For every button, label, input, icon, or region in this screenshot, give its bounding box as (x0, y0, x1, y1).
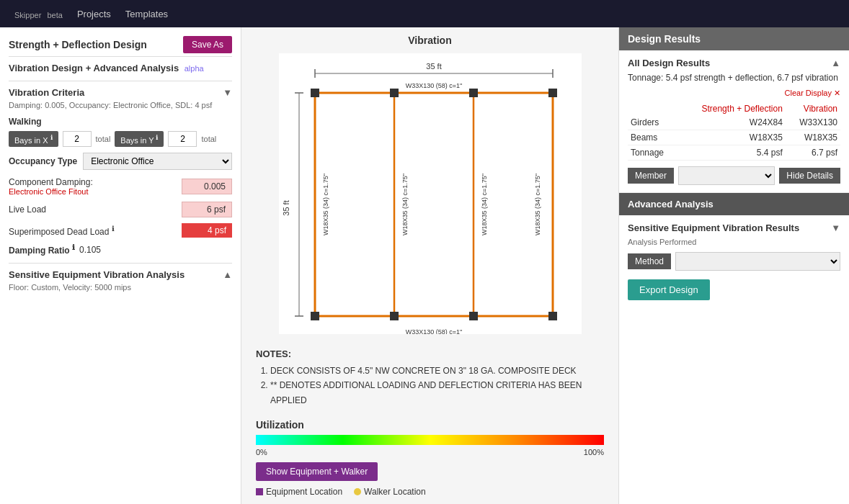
svg-text:W18X35 (34) c=1.75": W18X35 (34) c=1.75" (481, 174, 488, 235)
method-row: Method (628, 252, 840, 271)
bays-y-badge[interactable]: Bays in Y ℹ (115, 131, 164, 147)
svg-rect-15 (390, 89, 399, 97)
method-select[interactable] (675, 252, 840, 271)
all-results-section: All Design Results ▲ Tonnage: 5.4 psf st… (619, 50, 849, 193)
legend-row: Equipment Location Walker Location (256, 487, 604, 497)
occupancy-label: Occupancy Type (9, 156, 77, 166)
show-equipment-button[interactable]: Show Equipment + Walker (256, 462, 378, 481)
vibration-title: Vibration (256, 35, 604, 46)
svg-rect-11 (311, 312, 319, 320)
col-header-vib: Vibration (786, 102, 840, 115)
floor-text: Floor: Custom, Velocity: 5000 mips (9, 283, 232, 292)
advanced-section: Sensitive Equipment Vibration Results ▼ … (619, 215, 849, 307)
row-girders-vib: W33X130 (786, 115, 840, 130)
clear-display-btn[interactable]: Clear Display ✕ (628, 89, 840, 98)
hide-details-button[interactable]: Hide Details (779, 168, 840, 184)
svg-rect-18 (469, 312, 478, 320)
walker-icon (354, 488, 361, 495)
sensitive-collapse[interactable]: ▲ (223, 269, 232, 280)
col-header-sd: Strength + Deflection (677, 102, 786, 115)
svg-rect-8 (315, 93, 553, 316)
table-row: Beams W18X35 W18X35 (628, 130, 840, 145)
sensitive-equipment-header: Sensitive Equipment Vibration Analysis ▲ (9, 269, 232, 280)
export-design-button[interactable]: Export Design (628, 279, 710, 300)
alpha-badge: alpha (185, 64, 204, 73)
svg-rect-10 (548, 89, 557, 97)
svg-rect-12 (548, 312, 557, 320)
notes-list: DECK CONSISTS OF 4.5" NW CONCRETE ON 3" … (256, 364, 604, 408)
method-button[interactable]: Method (628, 253, 671, 269)
live-load-label: Live Load (9, 204, 46, 215)
bays-x-badge[interactable]: Bays in X ℹ (9, 131, 58, 147)
note-item: DECK CONSISTS OF 4.5" NW CONCRETE ON 3" … (270, 364, 604, 378)
live-load-input[interactable] (182, 202, 232, 217)
brand-text: Skipper (14, 11, 41, 19)
occupancy-row: Occupancy Type Electronic Office (9, 153, 232, 170)
damping-ratio-row: Damping Ratio ℹ 0.105 (9, 243, 232, 256)
svg-rect-16 (469, 89, 478, 97)
util-label-right: 100% (584, 448, 604, 456)
component-damping-input[interactable] (182, 179, 232, 194)
svg-text:35 ft: 35 ft (426, 62, 441, 71)
advanced-header: Advanced Analysis (619, 193, 849, 215)
bays-y-input[interactable] (168, 131, 197, 147)
svg-text:W18X35 (34) c=1.75": W18X35 (34) c=1.75" (401, 174, 409, 235)
diagram-container: 35 ft 35 ft (256, 53, 604, 334)
sdl-row: Superimposed Dead Load ℹ 4 psf (9, 223, 232, 238)
all-results-subtitle: All Design Results ▲ (628, 58, 840, 68)
sensitive-results-collapse[interactable]: ▼ (831, 222, 840, 233)
note-item: ** DENOTES ADDITIONAL LOADING AND DEFLEC… (270, 378, 604, 408)
util-labels: 0% 100% (256, 448, 604, 456)
sensitive-results-subtitle: Sensitive Equipment Vibration Results ▼ (628, 222, 840, 233)
svg-text:35 ft: 35 ft (282, 200, 290, 215)
analysis-performed-text: Analysis Performed (628, 238, 840, 246)
vibration-criteria-collapse[interactable]: ▼ (223, 87, 232, 98)
member-select[interactable] (678, 166, 775, 185)
row-beams-vib: W18X35 (786, 130, 840, 145)
nav-projects[interactable]: Projects (77, 9, 111, 19)
legend-equipment: Equipment Location (256, 487, 342, 497)
row-beams-label: Beams (628, 130, 677, 145)
svg-text:W33X130 (58) c=1": W33X130 (58) c=1" (405, 82, 462, 89)
member-row: Member Hide Details (628, 166, 840, 185)
nav-templates[interactable]: Templates (125, 9, 168, 19)
utilization-title: Utilization (256, 419, 604, 431)
svg-text:W18X35 (34) c=1.75": W18X35 (34) c=1.75" (534, 174, 541, 235)
notes-title: NOTES: (256, 348, 604, 359)
occupancy-select[interactable]: Electronic Office (83, 153, 232, 170)
bays-y-total: total (201, 135, 216, 143)
util-label-left: 0% (256, 448, 267, 456)
live-load-row: Live Load (9, 202, 232, 217)
svg-text:W18X35 (34) c=1.75": W18X35 (34) c=1.75" (322, 174, 329, 235)
row-tonnage-sd: 5.4 psf (677, 145, 786, 161)
sensitive-equipment-label: Sensitive Equipment Vibration Analysis (9, 269, 185, 280)
structural-diagram: 35 ft 35 ft (279, 53, 582, 334)
sdl-info-icon: ℹ (112, 225, 115, 233)
utilization-section: Utilization 0% 100% Show Equipment + Wal… (256, 419, 604, 497)
navbar: Skipper beta Projects Templates (0, 0, 849, 27)
member-button[interactable]: Member (628, 168, 674, 184)
row-tonnage-vib: 6.7 psf (786, 145, 840, 161)
notes-section: NOTES: DECK CONSISTS OF 4.5" NW CONCRETE… (256, 348, 604, 408)
vibration-design-title: Vibration Design + Advanced Analysis alp… (9, 63, 232, 73)
vibration-criteria-header: Vibration Criteria ▼ (9, 87, 232, 98)
component-damping-sub: Electronic Office Fitout (9, 187, 93, 196)
design-results-header: Design Results (619, 27, 849, 50)
util-bar-container (256, 435, 604, 445)
save-as-button[interactable]: Save As (183, 36, 232, 53)
bays-x-input[interactable] (63, 131, 92, 147)
all-results-collapse[interactable]: ▲ (831, 58, 840, 68)
walking-label: Walking (9, 117, 232, 127)
equipment-icon (256, 488, 263, 495)
brand-beta: beta (47, 11, 62, 19)
center-area: Vibration 35 ft 35 ft (241, 27, 618, 504)
tonnage-text: Tonnage: 5.4 psf strength + deflection, … (628, 73, 840, 83)
component-damping-label: Component Damping: (9, 177, 93, 187)
right-panel: Design Results All Design Results ▲ Tonn… (618, 27, 849, 504)
col-header-empty (628, 102, 677, 115)
vibration-criteria-subtext: Damping: 0.005, Occupancy: Electronic Of… (9, 101, 232, 109)
bays-row: Bays in X ℹ total Bays in Y ℹ total (9, 131, 232, 147)
results-table: Strength + Deflection Vibration Girders … (628, 102, 840, 161)
damping-ratio-label: Damping Ratio ℹ (9, 243, 75, 256)
row-girders-label: Girders (628, 115, 677, 130)
